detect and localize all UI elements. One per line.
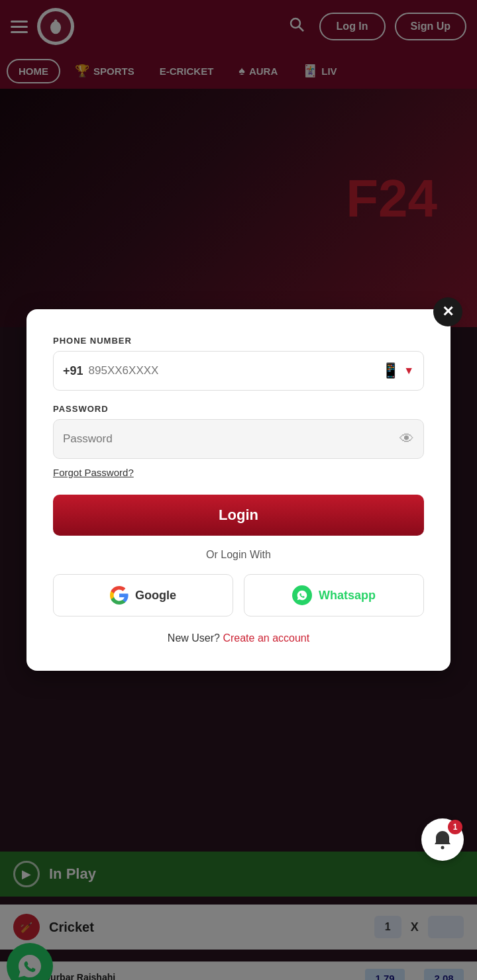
phone-label: PHONE NUMBER <box>53 336 424 346</box>
social-login-buttons: Google Whatsapp <box>53 574 424 616</box>
phone-icon: 📱 <box>382 362 399 379</box>
modal-close-button[interactable]: ✕ <box>433 297 462 326</box>
google-icon <box>110 586 129 605</box>
eye-icon[interactable]: 👁 <box>399 430 414 448</box>
password-label: PASSWORD <box>53 404 424 414</box>
notification-badge: 1 <box>448 820 462 834</box>
svg-point-8 <box>441 846 445 850</box>
create-account-link[interactable]: Create an account <box>223 632 309 644</box>
password-input[interactable] <box>63 432 399 446</box>
chevron-down-icon: ▼ <box>403 365 414 377</box>
google-label: Google <box>135 589 176 603</box>
notification-button[interactable]: 1 <box>421 818 464 861</box>
forgot-password-link[interactable]: Forgot Password? <box>53 467 134 478</box>
whatsapp-icon <box>292 585 312 605</box>
login-submit-button[interactable]: Login <box>53 495 424 536</box>
login-modal: ✕ PHONE NUMBER +91 📱 ▼ PASSWORD 👁 Forgot… <box>26 309 450 671</box>
new-user-label: New User? <box>168 632 220 644</box>
whatsapp-login-button[interactable]: Whatsapp <box>244 574 424 616</box>
or-text: Or Login With <box>53 549 424 561</box>
new-user-text: New User? Create an account <box>53 632 424 644</box>
phone-code: +91 <box>63 364 83 378</box>
password-input-wrap: 👁 <box>53 419 424 459</box>
google-login-button[interactable]: Google <box>53 574 233 616</box>
whatsapp-label: Whatsapp <box>319 589 376 603</box>
phone-input[interactable] <box>89 364 382 377</box>
phone-input-wrap: +91 📱 ▼ <box>53 351 424 391</box>
phone-icon-wrap[interactable]: 📱 ▼ <box>382 362 414 379</box>
